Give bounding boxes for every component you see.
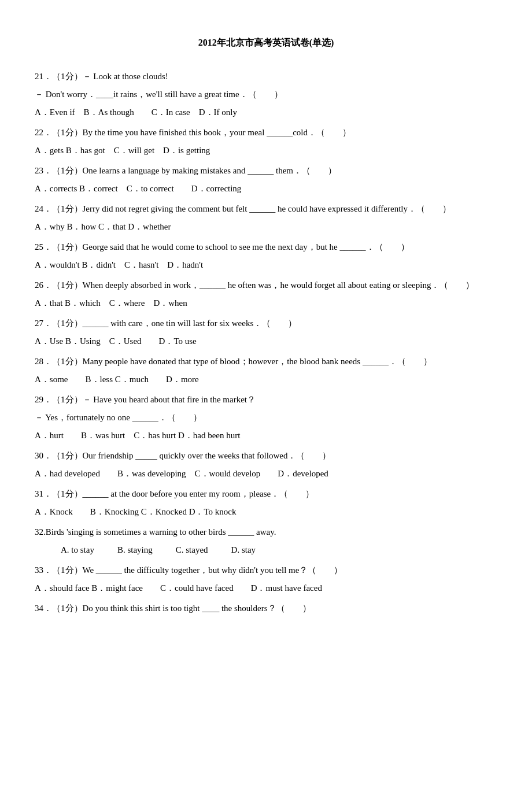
question-22: 22．（1分）By the time you have finished thi… (35, 125, 497, 158)
question-34: 34．（1分）Do you think this shirt is too ti… (35, 601, 497, 616)
q23-stem: 23．（1分）One learns a language by making m… (35, 163, 497, 179)
q29-stem: 29．（1分）－ Have you heard about that fire … (35, 392, 497, 408)
question-31: 31．（1分）______ at the door before you ent… (35, 486, 497, 520)
q22-options: A．gets B．has got C．will get D．is getting (35, 143, 497, 158)
q33-options: A．should face B．might face C．could have … (35, 580, 497, 596)
q32-option-a: A. to stay (61, 542, 94, 558)
question-26: 26．（1分）When deeply absorbed in work，____… (35, 278, 497, 311)
q33-stem: 33．（1分）We ______ the difficulty together… (35, 563, 497, 578)
question-30: 30．（1分）Our friendship _____ quickly over… (35, 448, 497, 482)
q28-stem: 28．（1分）Many people have donated that typ… (35, 354, 497, 369)
q26-options: A．that B．which C．where D．when (35, 295, 497, 311)
q21-dialog: － Don't worry．____it rains，we'll still h… (35, 87, 497, 102)
question-25: 25．（1分）George said that he would come to… (35, 239, 497, 273)
question-21: 21．（1分）－ Look at those clouds! － Don't w… (35, 69, 497, 120)
q31-options: A．Knock B．Knocking C．Knocked D．To knock (35, 504, 497, 520)
q25-options: A．wouldn't B．didn't C．hasn't D．hadn't (35, 257, 497, 273)
q28-options: A．some B．less C．much D．more (35, 372, 497, 387)
q31-stem: 31．（1分）______ at the door before you ent… (35, 486, 497, 502)
q32-option-c: C. stayed (176, 542, 208, 558)
q32-option-d: D. stay (231, 542, 256, 558)
q22-stem: 22．（1分）By the time you have finished thi… (35, 125, 497, 140)
q21-stem: 21．（1分）－ Look at those clouds! (35, 69, 497, 84)
q34-stem: 34．（1分）Do you think this shirt is too ti… (35, 601, 497, 616)
q32-options: A. to stay B. staying C. stayed D. stay (35, 542, 497, 558)
q24-options: A．why B．how C．that D．whether (35, 219, 497, 235)
q27-stem: 27．（1分）______ with care，one tin will las… (35, 316, 497, 331)
question-33: 33．（1分）We ______ the difficulty together… (35, 563, 497, 596)
q32-stem: 32.Birds 'singing is sometimes a warning… (35, 524, 497, 540)
question-23: 23．（1分）One learns a language by making m… (35, 163, 497, 197)
q27-options: A．Use B．Using C．Used D．To use (35, 334, 497, 349)
question-27: 27．（1分）______ with care，one tin will las… (35, 316, 497, 349)
q24-stem: 24．（1分）Jerry did not regret giving the c… (35, 201, 497, 217)
question-24: 24．（1分）Jerry did not regret giving the c… (35, 201, 497, 235)
question-29: 29．（1分）－ Have you heard about that fire … (35, 392, 497, 443)
q29-dialog: － Yes，fortunately no one ______．（ ） (35, 410, 497, 426)
q25-stem: 25．（1分）George said that he would come to… (35, 239, 497, 255)
question-32: 32.Birds 'singing is sometimes a warning… (35, 524, 497, 558)
q30-stem: 30．（1分）Our friendship _____ quickly over… (35, 448, 497, 464)
q30-options: A．had developed B．was developing C．would… (35, 466, 497, 482)
q32-option-b: B. staying (117, 542, 153, 558)
q21-options: A．Even if B．As though C．In case D．If onl… (35, 105, 497, 120)
q26-stem: 26．（1分）When deeply absorbed in work，____… (35, 278, 497, 293)
q29-options: A．hurt B．was hurt C．has hurt D．had been … (35, 428, 497, 443)
question-28: 28．（1分）Many people have donated that typ… (35, 354, 497, 387)
q23-options: A．corrects B．correct C．to correct D．corr… (35, 181, 497, 197)
page-title: 2012年北京市高考英语试卷(单选) (35, 35, 497, 51)
